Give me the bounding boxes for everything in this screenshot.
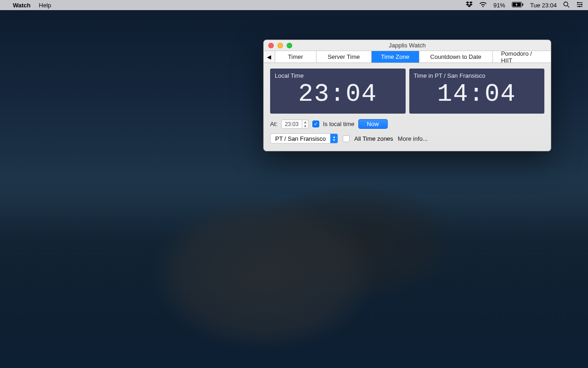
at-time-stepper[interactable]: ▲ ▼ — [281, 120, 309, 129]
local-time-value: 23:04 — [275, 80, 401, 108]
battery-icon[interactable] — [512, 2, 524, 9]
svg-point-8 — [581, 4, 582, 5]
now-button-label: Now — [367, 121, 379, 127]
is-local-time-checkbox[interactable]: ✓ — [312, 121, 319, 127]
chevron-down-icon[interactable]: ▼ — [302, 124, 308, 128]
battery-percent: 91% — [493, 2, 505, 9]
at-time-input[interactable] — [281, 120, 302, 129]
now-button[interactable]: Now — [358, 119, 388, 129]
select-arrows-icon: ▲▼ — [330, 134, 338, 143]
close-button[interactable] — [268, 43, 274, 48]
zoom-button[interactable] — [287, 43, 292, 48]
titlebar[interactable]: Japplis Watch — [264, 40, 551, 51]
svg-line-4 — [567, 6, 569, 7]
local-time-panel: Local Time 23:04 — [270, 69, 406, 114]
tab-back-button[interactable]: ◀ — [264, 51, 275, 63]
svg-point-3 — [564, 2, 568, 6]
tab-server-time[interactable]: Server Time — [317, 51, 372, 63]
tab-label: Pomodoro / HIIT — [501, 50, 543, 64]
timezone-selected-value: PT / San Fransisco — [271, 134, 330, 143]
tab-timer[interactable]: Timer — [275, 51, 317, 63]
menubar-app-name[interactable]: Watch — [13, 2, 31, 9]
tab-label: Server Time — [328, 53, 360, 60]
dropbox-icon[interactable] — [466, 1, 473, 9]
tab-countdown-to-date[interactable]: Countdown to Date — [419, 51, 493, 63]
wifi-icon[interactable] — [479, 2, 487, 9]
window-title: Japplis Watch — [389, 42, 425, 49]
remote-time-label: Time in PT / San Fransisco — [414, 72, 540, 79]
remote-time-value: 14:04 — [414, 80, 540, 108]
remote-time-panel: Time in PT / San Fransisco 14:04 — [409, 69, 545, 114]
japplis-watch-window: Japplis Watch ◀ Timer Server Time Time Z… — [263, 40, 551, 151]
svg-point-6 — [577, 2, 578, 3]
tab-label: Countdown to Date — [430, 53, 481, 60]
at-label: At: — [270, 121, 277, 127]
local-time-label: Local Time — [275, 72, 401, 79]
timezone-select[interactable]: PT / San Fransisco ▲▼ — [270, 133, 338, 144]
tab-pomodoro-hiit[interactable]: Pomodoro / HIIT — [493, 51, 551, 63]
all-timezones-checkbox[interactable] — [343, 135, 350, 142]
chevron-up-icon[interactable]: ▲ — [302, 120, 308, 124]
chevron-left-icon: ◀ — [267, 54, 271, 60]
menubar-item-help[interactable]: Help — [39, 2, 51, 9]
spotlight-icon[interactable] — [563, 1, 570, 9]
all-timezones-label: All Time zones — [354, 135, 393, 142]
stepper-buttons[interactable]: ▲ ▼ — [302, 120, 309, 129]
tab-label: Timer — [288, 53, 303, 60]
menubar-clock[interactable]: Tue 23:04 — [530, 2, 557, 9]
more-info-link[interactable]: More info... — [398, 135, 428, 142]
svg-point-10 — [579, 6, 580, 7]
tab-bar: ◀ Timer Server Time Time Zone Countdown … — [264, 51, 551, 63]
is-local-time-label: Is local time — [323, 121, 355, 127]
minimize-button[interactable] — [277, 43, 283, 48]
tab-label: Time Zone — [381, 53, 409, 60]
control-center-icon[interactable] — [576, 2, 583, 9]
menubar: Watch Help 91% Tue 23:04 — [0, 0, 588, 10]
tab-time-zone[interactable]: Time Zone — [372, 51, 419, 63]
svg-rect-2 — [522, 3, 523, 6]
